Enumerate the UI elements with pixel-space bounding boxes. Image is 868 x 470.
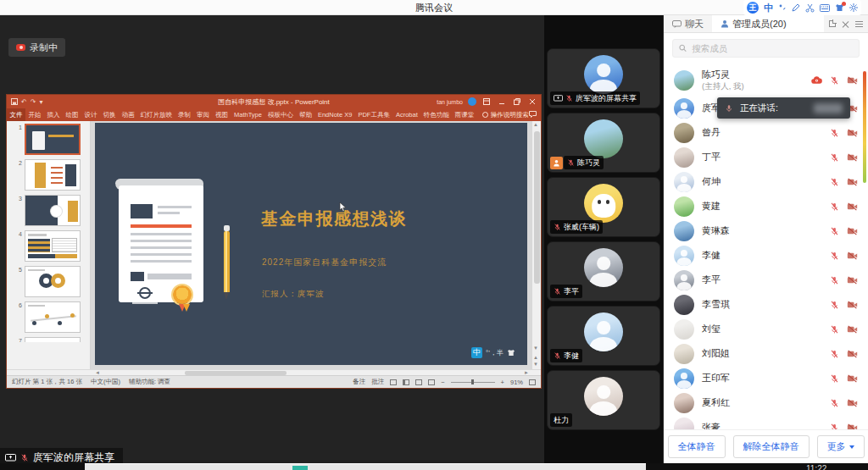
zoom-level[interactable]: 91% xyxy=(510,379,523,386)
scroll-down-icon[interactable]: ▼ xyxy=(533,346,538,351)
scroll-up-icon[interactable]: ▲ xyxy=(533,122,538,127)
member-search-box[interactable] xyxy=(672,39,860,58)
camera-off-icon[interactable] xyxy=(847,301,858,309)
tell-me-search[interactable]: 操作说明搜索 xyxy=(482,111,529,119)
keyboard-icon[interactable] xyxy=(820,4,830,12)
account-avatar[interactable] xyxy=(468,97,476,106)
ime-toolbar[interactable]: 王 中 xyxy=(743,0,861,15)
ribbon-tab[interactable]: 设计 xyxy=(81,108,100,121)
slide-thumbnail-preview[interactable] xyxy=(25,266,81,297)
tab-manage-members[interactable]: 管理成员(20) xyxy=(712,15,824,32)
redo-icon[interactable]: ↷ xyxy=(31,98,36,106)
slide-thumbnail[interactable]: 7 xyxy=(15,337,86,342)
ribbon-tab[interactable]: Acrobat xyxy=(392,108,420,121)
quick-access-toolbar[interactable]: ↶ ↷ ▾ xyxy=(7,98,42,106)
member-row[interactable]: 刘玺 xyxy=(674,317,858,341)
accessibility-status[interactable]: 辅助功能: 调查 xyxy=(129,378,170,386)
muted-mic-icon[interactable] xyxy=(830,177,839,187)
comments-toggle[interactable]: 批注 xyxy=(371,378,384,386)
muted-mic-icon[interactable] xyxy=(830,226,839,236)
slide-thumbnail[interactable]: 4 xyxy=(15,230,86,262)
horizontal-scrollbar[interactable]: ◄ ► xyxy=(7,369,541,375)
muted-mic-icon[interactable] xyxy=(830,398,839,408)
ribbon-tab[interactable]: PDF工具集 xyxy=(355,108,393,121)
panel-menu-icon[interactable] xyxy=(855,21,863,27)
muted-mic-icon[interactable] xyxy=(830,300,839,310)
slide-thumbnail-preview[interactable] xyxy=(25,337,81,342)
os-taskbar[interactable]: 11:22 xyxy=(0,463,868,470)
comments-button[interactable] xyxy=(529,111,541,119)
ribbon-tab[interactable]: 插入 xyxy=(44,108,63,121)
member-search-input[interactable] xyxy=(692,43,853,53)
muted-mic-icon[interactable] xyxy=(830,152,839,163)
muted-mic-icon[interactable] xyxy=(830,349,839,359)
ribbon-tab[interactable]: 模板中心 xyxy=(264,108,296,121)
ribbon-tab[interactable]: 动画 xyxy=(119,108,137,121)
ribbon-tab[interactable]: 绘图 xyxy=(63,108,81,121)
scroll-left-icon[interactable]: ◄ xyxy=(95,370,100,375)
member-row[interactable]: 何坤 xyxy=(674,169,858,194)
scroll-right-icon[interactable]: ► xyxy=(524,370,529,375)
chinese-mode-icon[interactable]: 中 xyxy=(764,2,773,14)
ribbon-tab[interactable]: 雨课堂 xyxy=(452,108,477,121)
muted-mic-icon[interactable] xyxy=(830,275,839,285)
muted-mic-icon[interactable] xyxy=(830,324,839,335)
muted-mic-icon[interactable] xyxy=(830,128,839,138)
sorter-view-icon[interactable] xyxy=(403,379,409,385)
ribbon-tab[interactable]: 文件 xyxy=(7,108,25,121)
camera-off-icon[interactable] xyxy=(847,129,858,137)
slide-thumbnail[interactable]: 3 xyxy=(15,195,86,226)
skin-icon[interactable] xyxy=(835,3,844,12)
slide-thumbnail-preview[interactable] xyxy=(25,301,81,333)
muted-mic-icon[interactable] xyxy=(830,75,839,86)
camera-off-icon[interactable] xyxy=(847,399,858,407)
slide-thumbnail[interactable]: 6 xyxy=(15,301,86,333)
zoom-out-icon[interactable]: − xyxy=(441,379,444,386)
member-row[interactable]: 丁平 xyxy=(674,145,858,169)
camera-off-icon[interactable] xyxy=(847,76,858,85)
slide-editing-area[interactable]: 基金申报感想浅谈 2022年国家自科基金申报交流 汇报人：庹军波 中 °’，半 xyxy=(91,121,531,369)
member-row[interactable]: 刘阳姐 xyxy=(674,341,858,366)
video-tile[interactable]: 张威(车辆) xyxy=(547,177,660,237)
camera-off-icon[interactable] xyxy=(847,350,858,358)
ribbon-tab[interactable]: 开始 xyxy=(25,108,44,121)
member-row[interactable]: 李雪琪 xyxy=(674,292,858,317)
settings-gear-icon[interactable] xyxy=(849,3,858,12)
mute-all-button[interactable]: 全体静音 xyxy=(668,435,726,458)
camera-off-icon[interactable] xyxy=(847,252,858,260)
scissors-icon[interactable] xyxy=(805,3,815,13)
hscrollbar-thumb[interactable] xyxy=(185,371,287,375)
zoom-in-icon[interactable]: + xyxy=(501,379,504,386)
muted-mic-icon[interactable] xyxy=(830,251,839,261)
popout-panel-icon[interactable] xyxy=(829,20,836,27)
camera-off-icon[interactable] xyxy=(847,227,858,235)
prev-next-slide-buttons[interactable]: ▲▼ xyxy=(533,354,538,368)
save-icon[interactable] xyxy=(11,98,18,105)
minimize-icon[interactable] xyxy=(497,97,507,106)
ribbon-tab[interactable]: 切换 xyxy=(100,108,119,121)
ribbon-tab[interactable]: 帮助 xyxy=(296,108,314,121)
reading-view-icon[interactable] xyxy=(415,379,422,385)
muted-mic-icon[interactable] xyxy=(830,202,839,212)
member-row[interactable]: 曾丹 xyxy=(674,120,858,145)
tab-chat[interactable]: 聊天 xyxy=(664,15,712,32)
close-panel-icon[interactable] xyxy=(842,20,849,28)
ribbon-display-icon[interactable] xyxy=(481,97,492,106)
fit-to-window-icon[interactable] xyxy=(529,379,536,385)
video-tile[interactable]: 李健 xyxy=(547,306,660,366)
slide-thumbnail-preview[interactable] xyxy=(25,159,81,191)
member-row[interactable]: 李健 xyxy=(674,243,858,268)
member-row[interactable]: 王印军 xyxy=(674,366,858,390)
camera-off-icon[interactable] xyxy=(847,202,858,211)
ribbon-tab[interactable]: 审阅 xyxy=(194,108,213,121)
camera-off-icon[interactable] xyxy=(847,423,858,430)
ribbon-tab[interactable]: 录制 xyxy=(175,108,194,121)
video-tile[interactable]: 庹军波的屏幕共享 xyxy=(547,48,660,108)
ribbon-tab[interactable]: MathType xyxy=(231,108,265,121)
unmute-all-button[interactable]: 解除全体静音 xyxy=(733,435,810,458)
member-row[interactable]: 夏利红 xyxy=(674,390,858,415)
slide-thumbnail-preview[interactable] xyxy=(25,124,81,155)
member-row[interactable]: 陈巧灵 (主持人, 我) xyxy=(674,65,858,96)
camera-off-icon[interactable] xyxy=(847,178,858,186)
slide-thumbnail-preview[interactable] xyxy=(25,230,81,262)
